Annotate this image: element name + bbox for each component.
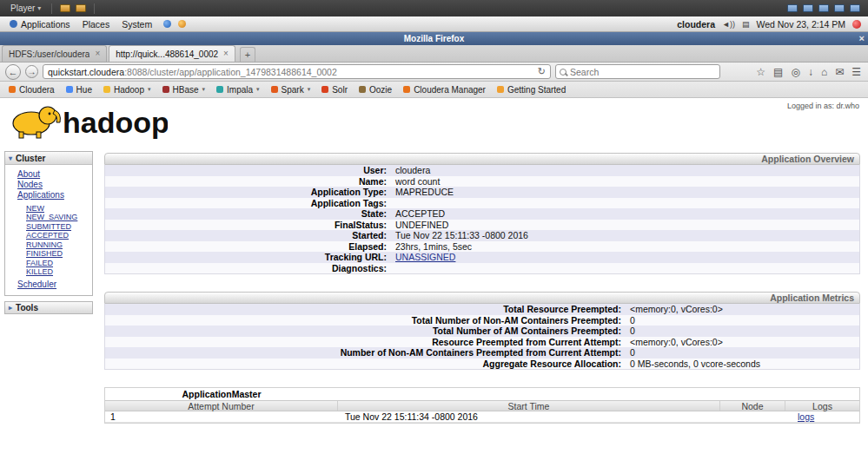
menu-icon[interactable]: ☰ bbox=[851, 66, 861, 78]
terminal-launcher-icon[interactable] bbox=[178, 20, 186, 28]
favicon bbox=[497, 86, 504, 93]
bookmark-label: HBase bbox=[173, 85, 199, 95]
back-button[interactable]: ← bbox=[5, 64, 21, 80]
volume-icon[interactable]: ◄)) bbox=[722, 20, 735, 29]
star-icon[interactable]: ☆ bbox=[756, 66, 765, 78]
pocket-icon[interactable]: ◎ bbox=[791, 66, 799, 78]
field-label: Total Number of Non-AM Containers Preemp… bbox=[105, 315, 626, 326]
metrics-row: Number of Non-AM Containers Preempted fr… bbox=[105, 347, 859, 358]
player-menu[interactable]: Player ▾ bbox=[5, 3, 46, 13]
bookmark-label: Spark bbox=[282, 85, 304, 95]
metrics-row: Aggregate Resource Allocation:0 MB-secon… bbox=[105, 358, 859, 370]
sidebar-item-scheduler[interactable]: Scheduler bbox=[17, 280, 92, 289]
sidebar-item-about[interactable]: About bbox=[17, 169, 92, 179]
tracking-url-link[interactable]: UNASSIGNED bbox=[395, 252, 455, 262]
bookmark-hadoop[interactable]: Hadoop ▾ bbox=[103, 85, 151, 95]
navigation-bar: ← → quickstart.cloudera :8088/cluster/ap… bbox=[0, 62, 868, 82]
unity-icon[interactable] bbox=[850, 4, 860, 12]
downloads-icon[interactable]: ↓ bbox=[808, 66, 813, 78]
favicon bbox=[216, 86, 223, 93]
column-header[interactable]: Logs bbox=[785, 401, 859, 411]
sidebar-item-new-saving[interactable]: NEW_SAVING bbox=[26, 213, 92, 221]
snapshot-icon[interactable] bbox=[803, 4, 813, 12]
field-value: <memory:0, vCores:0> bbox=[626, 304, 723, 314]
sidebar-item-failed[interactable]: FAILED bbox=[26, 259, 92, 267]
applications-icon bbox=[10, 20, 17, 28]
power-icon[interactable] bbox=[60, 4, 70, 12]
field-value: ACCEPTED bbox=[392, 208, 445, 219]
bookmark-oozie[interactable]: Oozie bbox=[359, 85, 392, 95]
field-value: MAPREDUCE bbox=[392, 187, 454, 197]
sidebar-item-applications[interactable]: Applications bbox=[17, 190, 92, 200]
logged-in-as: Logged in as: dr.who bbox=[787, 102, 859, 110]
logs-link[interactable]: logs bbox=[798, 411, 814, 422]
chevron-down-icon: ▾ bbox=[308, 86, 311, 93]
bookmarks-icon[interactable]: ▤ bbox=[773, 66, 783, 78]
metrics-row: Total Number of AM Containers Preempted:… bbox=[105, 326, 859, 337]
sidebar-item-submitted[interactable]: SUBMITTED bbox=[26, 222, 92, 231]
bookmark-getting-started[interactable]: Getting Started bbox=[497, 85, 566, 95]
bookmark-label: Impala bbox=[227, 85, 253, 95]
sidebar-item-running[interactable]: RUNNING bbox=[26, 240, 92, 249]
favicon bbox=[321, 86, 328, 93]
column-header[interactable]: Start Time bbox=[338, 401, 720, 411]
bookmark-spark[interactable]: Spark ▾ bbox=[271, 85, 311, 95]
suspend-icon[interactable] bbox=[76, 4, 86, 12]
tools-section-header[interactable]: ▸ Tools bbox=[4, 301, 93, 314]
tab-close-icon[interactable]: × bbox=[223, 49, 229, 58]
bookmark-impala[interactable]: Impala ▾ bbox=[216, 85, 260, 95]
cluster-section-header[interactable]: ▾ Cluster bbox=[5, 152, 92, 165]
bookmark-label: Cloudera bbox=[19, 85, 55, 95]
sidebar: ▾ Cluster About Nodes Applications NEW N… bbox=[4, 151, 93, 314]
field-label: Total Number of AM Containers Preempted: bbox=[105, 326, 626, 336]
search-box[interactable] bbox=[555, 64, 720, 79]
bookmark-hue[interactable]: Hue bbox=[66, 85, 92, 95]
chevron-down-icon: ▾ bbox=[148, 86, 151, 93]
home-icon[interactable]: ⌂ bbox=[821, 66, 827, 78]
messages-icon[interactable]: ✉ bbox=[835, 66, 844, 78]
update-notifier-icon[interactable] bbox=[852, 20, 861, 29]
firefox-launcher-icon[interactable] bbox=[163, 20, 171, 28]
sidebar-item-accepted[interactable]: ACCEPTED bbox=[26, 231, 92, 240]
field-label: FinalStatus: bbox=[105, 220, 392, 230]
tab-close-icon[interactable]: × bbox=[95, 49, 100, 58]
tab-application[interactable]: http://quick...488614_0002 × bbox=[109, 45, 235, 62]
sidebar-item-finished[interactable]: FINISHED bbox=[26, 249, 92, 258]
desktop-panel: Applications Places System cloudera ◄)) … bbox=[0, 16, 868, 32]
hadoop-logo[interactable]: hadoop bbox=[7, 97, 168, 142]
bookmark-hbase[interactable]: HBase ▾ bbox=[162, 85, 206, 95]
new-tab-button[interactable]: + bbox=[240, 47, 255, 62]
field-label: Application Type: bbox=[105, 187, 392, 197]
panel-username[interactable]: cloudera bbox=[677, 19, 715, 30]
metrics-row: Resource Preempted from Current Attempt:… bbox=[105, 337, 859, 348]
bookmark-cloudera-manager[interactable]: Cloudera Manager bbox=[403, 85, 486, 95]
bookmark-solr[interactable]: Solr bbox=[321, 85, 348, 95]
console-icon[interactable] bbox=[818, 4, 829, 12]
nav-icons: ☆ ▤ ◎ ↓ ⌂ ✉ ☰ bbox=[756, 66, 863, 78]
attempt-number-cell: 1 bbox=[105, 411, 338, 422]
panel-clock[interactable]: Wed Nov 23, 2:14 PM bbox=[756, 19, 845, 30]
tab-hdfs[interactable]: HDFS:/user/cloudera × bbox=[2, 45, 107, 62]
sidebar-item-new[interactable]: NEW bbox=[26, 204, 92, 213]
search-input[interactable] bbox=[570, 67, 716, 77]
sidebar-item-killed[interactable]: KILLED bbox=[26, 267, 92, 276]
applications-menu[interactable]: Applications bbox=[3, 19, 76, 30]
keyboard-icon[interactable]: ▤ bbox=[742, 20, 750, 29]
reload-icon[interactable]: ↻ bbox=[538, 66, 546, 77]
column-header[interactable]: Attempt Number bbox=[105, 401, 338, 411]
field-value: 0 bbox=[626, 347, 635, 358]
places-menu[interactable]: Places bbox=[76, 19, 116, 30]
devices-icon[interactable] bbox=[787, 4, 798, 12]
window-close-icon[interactable]: × bbox=[859, 32, 865, 45]
url-bar[interactable]: quickstart.cloudera :8088/cluster/app/ap… bbox=[43, 64, 551, 79]
column-header[interactable]: Node bbox=[720, 401, 785, 411]
fullscreen-icon[interactable] bbox=[834, 4, 845, 12]
bookmark-label: Solr bbox=[332, 85, 348, 95]
bookmark-label: Cloudera Manager bbox=[414, 85, 486, 95]
bookmark-cloudera[interactable]: Cloudera bbox=[9, 85, 55, 95]
sidebar-item-nodes[interactable]: Nodes bbox=[17, 180, 92, 189]
system-menu[interactable]: System bbox=[116, 19, 158, 30]
application-overview-section: Application Overview User:cloudera Name:… bbox=[104, 153, 860, 274]
favicon bbox=[162, 86, 169, 93]
forward-button[interactable]: → bbox=[25, 65, 38, 78]
